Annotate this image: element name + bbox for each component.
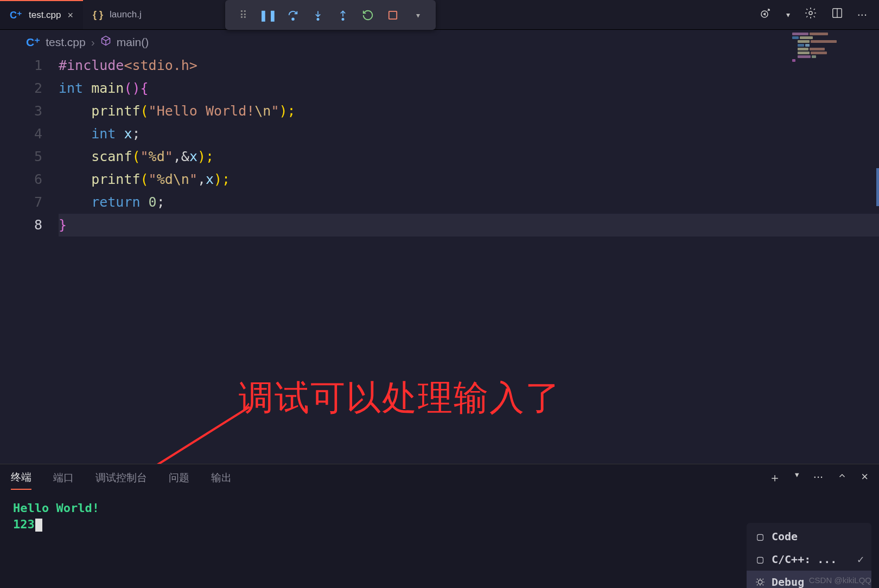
code-line: printf("Hello World!\n"); [59, 100, 879, 123]
line-number: 6 [14, 168, 59, 191]
cpp-icon: C⁺ [26, 36, 40, 49]
terminal-list-item[interactable]: ▢ Code [747, 525, 871, 548]
panel-tab-output[interactable]: 输出 [211, 466, 232, 489]
drag-handle-icon[interactable]: ⠿ [233, 5, 253, 25]
annotation-text: 调试可以处理输入了 [239, 374, 561, 421]
breadcrumb-symbol: main() [117, 36, 149, 49]
line-number: 8 [14, 214, 59, 237]
step-into-button[interactable] [308, 5, 328, 25]
code-line: } [59, 214, 879, 237]
split-editor-icon[interactable] [831, 7, 843, 22]
code-line: int main(){ [59, 77, 879, 100]
tab-test-cpp[interactable]: C⁺ test.cpp × [0, 0, 83, 29]
tab-bar: C⁺ test.cpp × { } launch.j ⠿ ❚❚ ▾ ▾ [0, 0, 879, 30]
run-debug-icon[interactable] [759, 7, 772, 23]
code-line: scanf("%d",&x); [59, 145, 879, 168]
line-number: 7 [14, 191, 59, 214]
more-icon[interactable]: ··· [857, 8, 867, 22]
json-icon: { } [93, 9, 103, 21]
close-icon[interactable]: × [68, 10, 74, 21]
terminal-list-item[interactable]: ▢ C/C++: ... ✓ [747, 548, 871, 571]
svg-point-9 [758, 580, 762, 584]
symbol-cube-icon [100, 35, 111, 49]
terminal-box-icon: ▢ [754, 551, 766, 567]
chevron-down-icon[interactable]: ▾ [786, 10, 790, 19]
restart-button[interactable] [358, 5, 378, 25]
line-number: 5 [14, 145, 59, 168]
breadcrumb-file: test.cpp [46, 36, 86, 49]
code-editor[interactable]: 1 #include<stdio.h> 2 int main(){ 3 prin… [0, 54, 879, 237]
panel-tab-problems[interactable]: 问题 [169, 466, 189, 489]
svg-point-2 [342, 18, 343, 20]
step-out-button[interactable] [333, 5, 353, 25]
panel-tab-debug-console[interactable]: 调试控制台 [95, 466, 147, 489]
pause-button[interactable]: ❚❚ [258, 5, 278, 25]
code-line: return 0; [59, 191, 879, 214]
terminal-box-icon: ▢ [754, 528, 766, 545]
terminal-line: Hello World! [13, 500, 866, 516]
panel-tabs: 终端 端口 调试控制台 问题 输出 ＋ ▾ ··· × [0, 464, 879, 491]
tab-launch-json[interactable]: { } launch.j [83, 0, 151, 29]
terminal-output[interactable]: Hello World! 123 ▢ Code ▢ C/C++: ... ✓ D… [0, 491, 879, 588]
close-panel-icon[interactable]: × [861, 470, 868, 486]
svg-point-0 [292, 18, 294, 20]
tab-label: launch.j [110, 9, 142, 20]
panel-actions: ＋ ▾ ··· × [769, 470, 868, 486]
check-icon: ✓ [857, 551, 864, 567]
breadcrumb[interactable]: C⁺ test.cpp › main() [0, 30, 879, 54]
code-line: #include<stdio.h> [59, 54, 879, 77]
terminal-line: 123 [13, 516, 866, 533]
svg-rect-3 [389, 11, 397, 18]
new-terminal-icon[interactable]: ＋ [769, 470, 781, 486]
code-line: int x; [59, 123, 879, 145]
settings-gear-icon[interactable] [804, 7, 817, 23]
bottom-panel: 终端 端口 调试控制台 问题 输出 ＋ ▾ ··· × Hello World!… [0, 464, 879, 588]
tab-label: test.cpp [29, 10, 61, 21]
panel-tab-ports[interactable]: 端口 [53, 466, 74, 489]
tabbar-actions: ▾ ··· [759, 0, 879, 29]
line-number: 2 [14, 77, 59, 100]
chevron-right-icon: › [91, 36, 95, 49]
watermark-text: CSDN @kikiLQQ [809, 576, 871, 585]
cpp-icon: C⁺ [10, 9, 22, 21]
chevron-down-icon[interactable]: ▾ [407, 5, 428, 25]
more-icon[interactable]: ··· [813, 470, 823, 486]
debug-toolbar: ⠿ ❚❚ ▾ [225, 0, 436, 30]
svg-point-5 [809, 11, 812, 15]
panel-tab-terminal[interactable]: 终端 [11, 466, 31, 490]
maximize-panel-icon[interactable] [837, 470, 847, 486]
terminal-cursor [35, 519, 42, 532]
line-number: 3 [14, 100, 59, 123]
code-line: printf("%d\n",x); [59, 168, 879, 191]
bug-icon [754, 577, 766, 587]
minimap[interactable] [792, 33, 874, 108]
step-over-button[interactable] [283, 5, 303, 25]
scrollbar-indicator[interactable] [876, 168, 879, 206]
line-number: 1 [14, 54, 59, 77]
svg-point-1 [317, 18, 319, 20]
stop-button[interactable] [383, 5, 403, 25]
chevron-down-icon[interactable]: ▾ [795, 470, 799, 486]
line-number: 4 [14, 123, 59, 145]
